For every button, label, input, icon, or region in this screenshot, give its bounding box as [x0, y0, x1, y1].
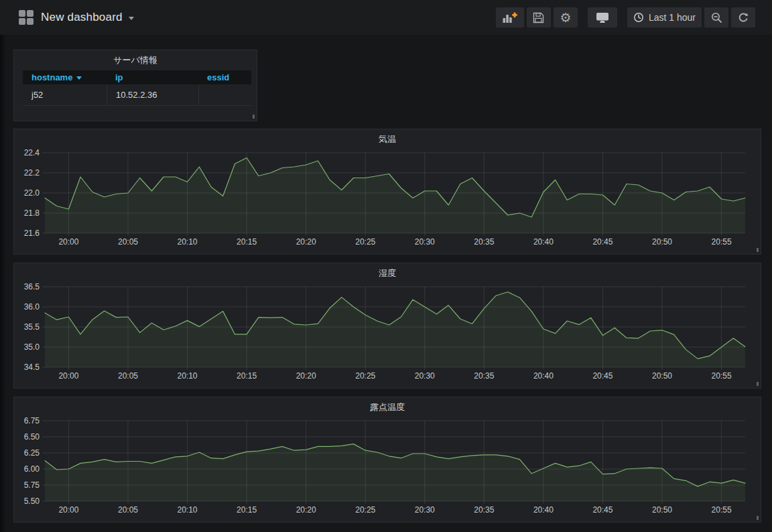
cell-essid	[198, 84, 251, 106]
svg-text:20:05: 20:05	[118, 237, 138, 247]
cell-hostname: j52	[23, 84, 107, 106]
table-header-row: hostname ip essid	[23, 70, 251, 84]
dashboard-title-dropdown[interactable]: New dashboard	[41, 11, 134, 24]
column-header-label: ip	[115, 72, 123, 82]
svg-text:21.8: 21.8	[24, 208, 40, 218]
svg-text:6.00: 6.00	[24, 464, 40, 474]
svg-text:20:25: 20:25	[355, 371, 375, 381]
refresh-icon	[738, 12, 749, 23]
panel-title[interactable]: サーバ情報	[14, 54, 257, 66]
svg-text:20:00: 20:00	[58, 505, 78, 515]
column-header-essid[interactable]: essid	[198, 72, 251, 82]
panel-title[interactable]: 露点温度	[14, 401, 761, 413]
svg-text:20:15: 20:15	[237, 505, 257, 515]
svg-text:20:55: 20:55	[712, 371, 732, 381]
top-navbar: New dashboard	[0, 0, 772, 35]
svg-text:20:45: 20:45	[592, 371, 613, 381]
svg-text:20:00: 20:00	[58, 371, 78, 381]
svg-text:6.75: 6.75	[24, 416, 40, 425]
grid-square	[19, 18, 25, 25]
temperature-chart[interactable]: 21.621.822.022.222.420:0020:0520:1020:15…	[14, 129, 761, 254]
svg-text:20:20: 20:20	[296, 237, 316, 247]
add-panel-button[interactable]	[496, 7, 524, 27]
svg-text:35.5: 35.5	[24, 322, 40, 332]
column-header-label: essid	[207, 72, 229, 82]
panel-resize-handle[interactable]	[250, 114, 255, 119]
column-header-label: hostname	[31, 72, 72, 82]
grid-square	[27, 18, 34, 25]
time-range-label: Last 1 hour	[649, 12, 696, 23]
svg-text:5.50: 5.50	[24, 496, 40, 506]
grid-square	[27, 10, 34, 17]
zoom-out-icon	[711, 12, 722, 23]
svg-text:20:35: 20:35	[474, 237, 494, 247]
panel-temperature: 21.621.822.022.222.420:0020:0520:1020:15…	[13, 129, 761, 255]
svg-text:20:10: 20:10	[178, 505, 198, 515]
panel-title[interactable]: 気温	[14, 133, 761, 145]
svg-text:20:35: 20:35	[474, 371, 494, 381]
settings-button[interactable]: ⚙	[554, 7, 578, 27]
panel-title[interactable]: 湿度	[14, 267, 761, 279]
svg-text:36.5: 36.5	[24, 282, 40, 291]
svg-text:20:30: 20:30	[415, 237, 435, 247]
svg-text:20:50: 20:50	[652, 505, 672, 515]
svg-text:20:30: 20:30	[415, 505, 435, 515]
svg-text:20:35: 20:35	[474, 505, 494, 515]
svg-text:22.2: 22.2	[24, 168, 40, 178]
svg-text:20:10: 20:10	[178, 237, 198, 247]
svg-text:20:25: 20:25	[355, 505, 375, 515]
svg-text:21.6: 21.6	[24, 228, 40, 238]
tv-icon	[596, 12, 609, 23]
panel-resize-handle[interactable]	[754, 247, 759, 252]
svg-text:22.0: 22.0	[24, 188, 40, 198]
svg-text:20:25: 20:25	[355, 237, 375, 247]
svg-text:20:55: 20:55	[712, 505, 732, 515]
save-dashboard-button[interactable]	[527, 7, 551, 27]
svg-text:20:05: 20:05	[118, 371, 138, 381]
svg-text:35.0: 35.0	[24, 342, 40, 352]
dashboard-grid-icon[interactable]	[19, 10, 34, 25]
svg-text:20:50: 20:50	[652, 237, 672, 247]
clock-icon	[633, 12, 644, 23]
dew-point-chart[interactable]: 5.505.756.006.256.506.7520:0020:0520:102…	[14, 397, 761, 522]
dashboard-title: New dashboard	[41, 11, 123, 24]
svg-text:20:40: 20:40	[533, 505, 554, 515]
cell-ip: 10.52.2.36	[107, 84, 198, 106]
svg-text:20:15: 20:15	[237, 237, 257, 247]
refresh-button[interactable]	[731, 7, 755, 27]
column-header-ip[interactable]: ip	[107, 72, 198, 82]
svg-text:20:00: 20:00	[58, 237, 78, 247]
grid-square	[19, 10, 25, 17]
svg-text:6.25: 6.25	[24, 448, 40, 458]
svg-text:20:30: 20:30	[415, 371, 435, 381]
svg-text:22.4: 22.4	[24, 148, 40, 157]
svg-text:34.5: 34.5	[24, 362, 40, 372]
caret-down-icon	[129, 17, 134, 20]
svg-text:20:10: 20:10	[178, 371, 198, 381]
server-info-table: hostname ip essid j52 10.52.2.36	[23, 70, 251, 106]
svg-text:20:55: 20:55	[712, 237, 732, 247]
left-edge-shadow	[0, 35, 6, 532]
table-row: j52 10.52.2.36	[23, 84, 251, 106]
panel-dew-point: 5.505.756.006.256.506.7520:0020:0520:102…	[13, 397, 761, 523]
panel-humidity: 34.535.035.536.036.520:0020:0520:1020:15…	[13, 263, 761, 389]
panel-resize-handle[interactable]	[754, 381, 759, 386]
svg-text:20:40: 20:40	[533, 371, 554, 381]
add-panel-icon	[502, 12, 518, 23]
tv-mode-button[interactable]	[588, 7, 617, 27]
save-icon	[533, 12, 544, 23]
zoom-out-button[interactable]	[704, 7, 728, 27]
svg-text:20:40: 20:40	[533, 237, 554, 247]
svg-text:20:15: 20:15	[237, 371, 257, 381]
column-header-hostname[interactable]: hostname	[23, 72, 107, 82]
svg-text:36.0: 36.0	[24, 302, 40, 312]
svg-text:20:20: 20:20	[296, 505, 316, 515]
svg-text:20:05: 20:05	[118, 505, 138, 515]
svg-text:6.50: 6.50	[24, 432, 40, 442]
time-range-picker[interactable]: Last 1 hour	[627, 7, 702, 27]
svg-text:5.75: 5.75	[24, 480, 40, 490]
panel-resize-handle[interactable]	[754, 515, 759, 520]
humidity-chart[interactable]: 34.535.035.536.036.520:0020:0520:1020:15…	[14, 263, 761, 388]
dashboard-page: New dashboard	[0, 0, 772, 532]
svg-text:20:20: 20:20	[296, 371, 316, 381]
